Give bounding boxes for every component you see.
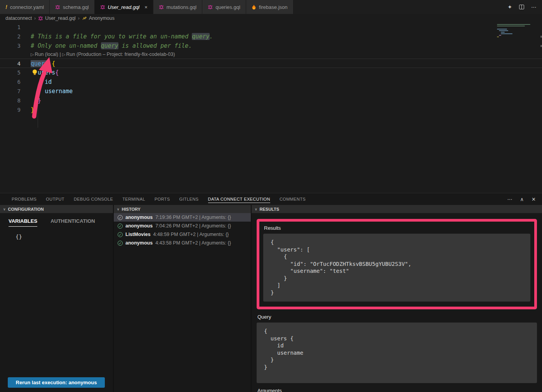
line-number: 4 [0,59,21,68]
panel-tab-problems[interactable]: PROBLEMS [12,195,36,203]
line-number: 5 [0,68,21,77]
minimap-line [497,29,507,29]
more-actions-icon[interactable]: ⋯ [531,4,537,10]
code-token: id [45,78,52,85]
history-item[interactable]: ✓anonymous4:43:58 PM GMT+2 | Arguments: … [114,239,251,247]
codelens-run-production[interactable]: ▷Run (Production – Project: friendly-fli… [62,52,175,57]
configuration-title: CONFIGURATION [8,207,44,212]
history-item-name: anonymous [125,240,153,246]
panel-close-icon[interactable]: ✕ [532,196,536,202]
line-number: 2 [0,32,21,41]
panel-tab-gitlens[interactable]: GITLENS [179,195,199,203]
tab-schema-gql[interactable]: schema.gql [50,0,94,14]
panel-tab-output[interactable]: OUTPUT [46,195,64,203]
code-token: } [38,97,41,104]
line-number: 8 [0,96,21,105]
code-line: 2# This is a file for you to write an un… [0,32,542,41]
results-section: ∨ RESULTS Results { "users": [ { "id": "… [252,205,542,392]
history-item-name: ListMovies [125,232,151,237]
tab-user_read-gql[interactable]: User_read.gql× [95,0,153,14]
tab-label: connector.yaml [10,4,44,10]
code-token: query [31,60,48,67]
variables-value[interactable]: {} [0,227,113,240]
tab-label: queries.gql [215,4,240,10]
panel-window-actions: ⋯ ∧ ✕ [507,196,542,202]
history-item[interactable]: ✓anonymous7:04:26 PM GMT+2 | Arguments: … [114,222,251,230]
graphql-icon [100,5,105,10]
arguments-label: Arguments [257,388,537,392]
line-number: 3 [0,41,21,50]
tab-variables[interactable]: VARIABLES [9,218,37,227]
tab-queries-gql[interactable]: queries.gql [202,0,246,14]
history-item-name: anonymous [125,215,153,220]
minimap-line [501,32,505,33]
copilot-sparkle-icon[interactable]: ✦ [507,4,512,10]
panel-tab-ports[interactable]: PORTS [155,195,170,203]
results-content[interactable]: Results { "users": [ { "id": "OrTucFODZH… [252,213,542,392]
history-item-name: anonymous [125,223,153,229]
configuration-header[interactable]: ∨ CONFIGURATION [0,205,113,213]
results-title: RESULTS [260,207,280,212]
editor-tab-bar: !connector.yamlschema.gqlUser_read.gql×m… [0,0,542,14]
tab-mutations-gql[interactable]: mutations.gql [153,0,202,14]
query-label: Query [257,314,537,320]
code-token: { [55,69,59,76]
check-circle-icon: ✓ [118,232,123,237]
code-editor[interactable]: 12# This is a file for you to write an u… [0,23,542,193]
history-item-meta: 7:04:26 PM GMT+2 | Arguments: {} [155,223,231,229]
breadcrumb-label: User_read.gql [45,16,76,21]
breadcrumb-separator: › [34,16,36,21]
code-token [31,78,45,85]
results-header[interactable]: ∨ RESULTS [252,205,542,213]
history-item-meta: 4:48:59 PM GMT+2 | Arguments: {} [153,232,229,237]
chevron-down-icon: ∨ [117,207,120,211]
code-line: 4query { [0,59,542,68]
overview-ruler-mark [540,45,542,47]
code-token: query [192,33,209,40]
codelens-run-local[interactable]: ▷Run (local) [31,52,58,57]
history-header[interactable]: ∨ HISTORY [114,205,251,213]
tab-connector-yaml[interactable]: !connector.yaml [0,0,50,14]
history-item[interactable]: ✓anonymous7:19:36 PM GMT+2 | Arguments: … [114,213,251,222]
check-circle-icon: ✓ [118,224,123,229]
code-line: 6 id [0,77,542,87]
code-text: username [21,87,73,96]
code-line: 7 username [0,87,542,96]
minimap[interactable] [497,24,539,38]
tab-firebase-json[interactable]: firebase.json [246,0,294,14]
history-list: ✓anonymous7:19:36 PM GMT+2 | Arguments: … [114,213,251,247]
breadcrumb-item-dataconnect[interactable]: dataconnect [5,16,32,21]
panel-body: ∨ CONFIGURATION VARIABLES AUTHENTICATION… [0,205,542,392]
breadcrumb-item-anonymous[interactable]: Anonymous [82,16,115,21]
history-section: ∨ HISTORY ✓anonymous7:19:36 PM GMT+2 | A… [114,205,252,392]
history-item-meta: 4:43:58 PM GMT+2 | Arguments: {} [155,240,231,246]
tab-label: firebase.json [259,4,288,10]
panel-tab-terminal[interactable]: TERMINAL [122,195,145,203]
panel-tab-comments[interactable]: COMMENTS [280,195,306,203]
configuration-tabs: VARIABLES AUTHENTICATION [0,213,113,227]
tab-label: User_read.gql [108,4,140,10]
panel-tab-data-connect-execution[interactable]: DATA CONNECT EXECUTION [208,195,270,203]
history-item[interactable]: ✓ListMovies4:48:59 PM GMT+2 | Arguments:… [114,230,251,239]
code-text: users{ [21,68,59,77]
rerun-last-execution-button[interactable]: Rerun last execution: anonymous [8,377,105,388]
tab-label: schema.gql [63,4,89,10]
history-title: HISTORY [122,207,141,212]
code-token: query [101,42,118,49]
code-text: } [21,105,34,114]
tab-label: mutations.gql [167,4,196,10]
chevron-down-icon: ∨ [3,207,6,211]
panel-more-icon[interactable]: ⋯ [507,196,512,202]
tab-authentication[interactable]: AUTHENTICATION [50,218,95,227]
split-editor-icon[interactable] [519,5,524,9]
code-token: users [38,69,55,76]
code-text: # This is a file for you to write an un-… [21,32,213,41]
close-icon[interactable]: × [144,4,148,10]
panel-tab-debug-console[interactable]: DEBUG CONSOLE [74,195,113,203]
breadcrumb-item-user_read.gql[interactable]: User_read.gql [38,16,76,21]
line-number [0,50,21,59]
panel-maximize-icon[interactable]: ∧ [520,196,524,202]
code-text: # Only one un-named query is allowed per… [21,41,192,50]
lightbulb-icon[interactable] [33,69,37,74]
codelens-row: ▷Run (local) | ▷Run (Production – Projec… [0,50,542,59]
